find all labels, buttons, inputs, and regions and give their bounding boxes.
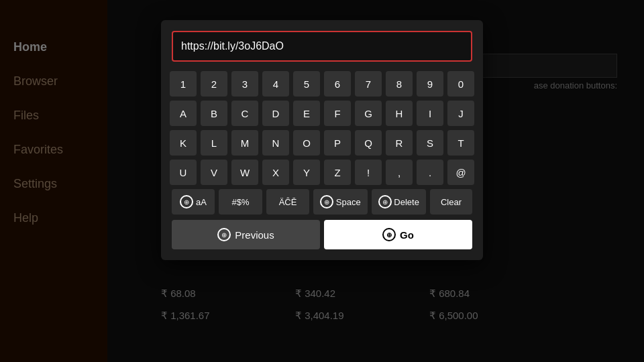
key-exclaim[interactable]: !	[355, 160, 382, 185]
key-comma[interactable]: ,	[386, 160, 413, 185]
key-h[interactable]: H	[386, 101, 413, 126]
key-f[interactable]: F	[324, 101, 351, 126]
key-z[interactable]: Z	[324, 160, 351, 185]
keyboard-row-uz: U V W X Y Z ! , . @	[172, 160, 472, 185]
key-r[interactable]: R	[386, 130, 413, 156]
virtual-keyboard: 1 2 3 4 5 6 7 8 9 0 A B C D E F G H I J …	[172, 71, 472, 215]
delete-icon: ⊕	[378, 195, 392, 208]
key-o[interactable]: O	[293, 130, 320, 156]
key-3[interactable]: 3	[231, 71, 258, 97]
key-e[interactable]: E	[293, 101, 320, 126]
key-s[interactable]: S	[417, 130, 443, 156]
action-buttons: ⊕ Previous ⊕ Go	[172, 220, 472, 249]
key-delete[interactable]: ⊕ Delete	[372, 189, 426, 215]
previous-icon: ⊕	[217, 228, 231, 241]
key-u[interactable]: U	[170, 160, 197, 185]
go-button[interactable]: ⊕ Go	[324, 220, 472, 249]
keyboard-dialog: 1 2 3 4 5 6 7 8 9 0 A B C D E F G H I J …	[161, 20, 483, 260]
previous-button[interactable]: ⊕ Previous	[172, 220, 320, 249]
key-l[interactable]: L	[201, 130, 227, 156]
key-symbols[interactable]: #$%	[219, 189, 262, 215]
key-c[interactable]: C	[231, 101, 258, 126]
go-icon: ⊕	[382, 228, 396, 241]
key-1[interactable]: 1	[170, 71, 197, 97]
key-at[interactable]: @	[447, 160, 474, 185]
key-j[interactable]: J	[447, 101, 474, 126]
keyboard-row-special: ⊕ aA #$% ÄĈĒ ⊕ Space ⊕ Delete Clear	[172, 189, 472, 215]
key-4[interactable]: 4	[262, 71, 289, 97]
key-n[interactable]: N	[262, 130, 289, 156]
key-i[interactable]: I	[417, 101, 443, 126]
space-icon: ⊕	[320, 195, 333, 208]
key-g[interactable]: G	[355, 101, 382, 126]
key-k[interactable]: K	[170, 130, 197, 156]
keyboard-row-numbers: 1 2 3 4 5 6 7 8 9 0	[172, 71, 472, 97]
key-m[interactable]: M	[231, 130, 258, 156]
key-accents[interactable]: ÄĈĒ	[266, 189, 309, 215]
key-case-toggle[interactable]: ⊕ aA	[172, 189, 215, 215]
key-y[interactable]: Y	[293, 160, 320, 185]
key-8[interactable]: 8	[386, 71, 413, 97]
key-q[interactable]: Q	[355, 130, 382, 156]
key-t[interactable]: T	[447, 130, 474, 156]
key-x[interactable]: X	[262, 160, 289, 185]
key-d[interactable]: D	[262, 101, 289, 126]
key-7[interactable]: 7	[355, 71, 382, 97]
key-p[interactable]: P	[324, 130, 351, 156]
key-0[interactable]: 0	[447, 71, 474, 97]
key-space[interactable]: ⊕ Space	[313, 189, 367, 215]
key-2[interactable]: 2	[201, 71, 227, 97]
key-9[interactable]: 9	[417, 71, 443, 97]
key-v[interactable]: V	[201, 160, 227, 185]
key-5[interactable]: 5	[293, 71, 320, 97]
url-input[interactable]	[172, 31, 472, 62]
key-6[interactable]: 6	[324, 71, 351, 97]
key-clear[interactable]: Clear	[430, 189, 472, 215]
case-toggle-icon: ⊕	[180, 195, 193, 208]
key-b[interactable]: B	[201, 101, 227, 126]
key-a[interactable]: A	[170, 101, 197, 126]
key-period[interactable]: .	[417, 160, 443, 185]
keyboard-row-kt: K L M N O P Q R S T	[172, 130, 472, 156]
keyboard-row-aj: A B C D E F G H I J	[172, 101, 472, 126]
key-w[interactable]: W	[231, 160, 258, 185]
